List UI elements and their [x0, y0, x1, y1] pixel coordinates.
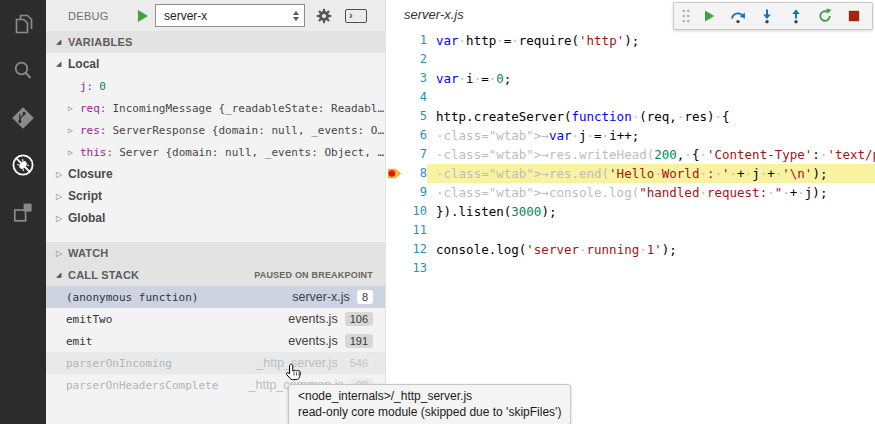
stack-frame-row[interactable]: (anonymous function) server-x.js 8: [46, 286, 385, 308]
breakpoint-gutter[interactable]: [386, 259, 403, 278]
sidebar-title: DEBUG: [68, 10, 109, 22]
code-line[interactable]: 4: [386, 88, 875, 107]
continue-icon[interactable]: [694, 4, 723, 28]
debug-sidebar: DEBUG server-x: [46, 0, 385, 424]
breakpoint-gutter[interactable]: [386, 126, 403, 145]
search-icon[interactable]: [0, 47, 46, 94]
variable-value: IncomingMessage {_readableState: Readabl…: [113, 102, 385, 115]
step-out-icon[interactable]: [781, 4, 810, 28]
code-text: ·class="wtab">→res.end('Hello·World·:·'·…: [427, 164, 875, 183]
stop-icon[interactable]: [839, 4, 868, 28]
scope-global[interactable]: ▷ Global: [46, 207, 385, 229]
variable-row[interactable]: ▷ this: Server {domain: null, _events: O…: [46, 141, 385, 163]
stack-frame-row[interactable]: emit events.js 191: [46, 330, 385, 352]
frame-function: parserOnHeadersComplete: [66, 379, 241, 392]
breakpoint-current-line-icon[interactable]: [386, 164, 403, 183]
variable-value: 0: [99, 80, 106, 93]
line-number: 7: [403, 145, 427, 164]
breakpoint-gutter[interactable]: [386, 107, 403, 126]
stack-frame-tooltip: <node_internals>/_http_server.js read-on…: [288, 384, 571, 424]
call-stack-section-header[interactable]: ◢ CALL STACK PAUSED ON BREAKPOINT: [46, 264, 385, 286]
code-text: var·http·=·require('http');: [427, 31, 875, 50]
variable-row[interactable]: ▷ res: ServerResponse {domain: null, _ev…: [46, 119, 385, 141]
twistie-collapsed-icon: ▷: [56, 214, 68, 223]
scope-closure[interactable]: ▷ Closure: [46, 163, 385, 185]
stack-frame-row[interactable]: parserOnIncoming _http_server.js 546: [46, 352, 385, 374]
call-stack-section-title: CALL STACK: [68, 269, 139, 281]
code-line[interactable]: 11: [386, 221, 875, 240]
frame-file: server-x.js: [292, 290, 350, 304]
breakpoint-gutter[interactable]: [386, 31, 403, 50]
code-line[interactable]: 5http.createServer(function·(req,·res)·{: [386, 107, 875, 126]
start-debug-button[interactable]: [138, 10, 148, 22]
variable-value: Server {domain: null, _events: Object, …: [119, 146, 384, 159]
variable-row[interactable]: ▷ req: IncomingMessage {_readableState: …: [46, 97, 385, 119]
scope-script[interactable]: ▷ Script: [46, 185, 385, 207]
breakpoint-gutter[interactable]: [386, 50, 403, 69]
variables-section-title: VARIABLES: [68, 36, 133, 48]
step-into-icon[interactable]: [752, 4, 781, 28]
variable-value: ServerResponse {domain: null, _events: O…: [113, 124, 385, 137]
line-number: 1: [403, 31, 427, 50]
step-over-icon[interactable]: [723, 4, 752, 28]
scope-label: Script: [68, 189, 102, 203]
frame-line-badge: 191: [345, 334, 373, 348]
code-text: ·class="wtab">→res.writeHead(200,·{·'Con…: [427, 145, 875, 164]
scope-label: Local: [68, 57, 99, 71]
scope-local[interactable]: ◢ Local: [46, 53, 385, 75]
code-line[interactable]: 2: [386, 50, 875, 69]
code-line[interactable]: 1var·http·=·require('http');: [386, 31, 875, 50]
code-text: var·i·=·0;: [427, 69, 875, 88]
debug-sidebar-header: DEBUG server-x: [46, 0, 385, 31]
code-text: ·class="wtab">→console.log("handled·requ…: [427, 183, 875, 202]
code-line[interactable]: 3var·i·=·0;: [386, 69, 875, 88]
code-line[interactable]: 7·class="wtab">→res.writeHead(200,·{·'Co…: [386, 145, 875, 164]
editor-tab-title[interactable]: server-x.js: [404, 7, 464, 22]
code-line[interactable]: 6·class="wtab">→var·j·=·i++;: [386, 126, 875, 145]
code-line[interactable]: 13: [386, 259, 875, 278]
variable-row[interactable]: j: 0: [46, 75, 385, 97]
variable-name: res:: [80, 124, 107, 137]
launch-config-select[interactable]: server-x: [155, 4, 305, 27]
line-number: 9: [403, 183, 427, 202]
breakpoint-gutter[interactable]: [386, 88, 403, 107]
debug-icon[interactable]: [0, 141, 46, 188]
stack-frame-row[interactable]: emitTwo events.js 106: [46, 308, 385, 330]
code-text: ·class="wtab">→var·j·=·i++;: [427, 126, 875, 145]
code-text: [427, 259, 875, 278]
launch-config-value: server-x: [156, 9, 207, 23]
twistie-expanded-icon: ◢: [56, 38, 68, 46]
variables-section-header[interactable]: ◢ VARIABLES: [46, 31, 385, 53]
line-number: 2: [403, 50, 427, 69]
frame-function: emitTwo: [66, 313, 280, 326]
breakpoint-gutter[interactable]: [386, 240, 403, 259]
frame-line-badge: 8: [357, 290, 373, 304]
breakpoint-gutter[interactable]: [386, 145, 403, 164]
watch-section-header[interactable]: ▷ WATCH: [46, 242, 385, 264]
line-number: 8: [403, 164, 427, 183]
code-line[interactable]: 8·class="wtab">→res.end('Hello·World·:·'…: [386, 164, 875, 183]
breakpoint-gutter[interactable]: [386, 202, 403, 221]
frame-file: events.js: [288, 312, 337, 326]
code-line[interactable]: 9·class="wtab">→console.log("handled·req…: [386, 183, 875, 202]
vscode-debug-window: DEBUG server-x: [0, 0, 875, 424]
code-line[interactable]: 12console.log('server·running·1');: [386, 240, 875, 259]
line-number: 12: [403, 240, 427, 259]
configure-gear-icon[interactable]: [316, 8, 332, 24]
breakpoint-gutter[interactable]: [386, 69, 403, 88]
toolbar-drag-handle-icon[interactable]: [678, 8, 694, 24]
code-line[interactable]: 10}).listen(3000);: [386, 202, 875, 221]
twistie-collapsed-icon: ▷: [56, 170, 68, 179]
line-number: 4: [403, 88, 427, 107]
code-text: http.createServer(function·(req,·res)·{: [427, 107, 875, 126]
twistie-expanded-icon: ◢: [56, 271, 68, 279]
explorer-icon[interactable]: [0, 0, 46, 47]
restart-icon[interactable]: [810, 4, 839, 28]
breakpoint-gutter[interactable]: [386, 221, 403, 240]
source-control-icon[interactable]: [0, 94, 46, 141]
debug-console-icon[interactable]: ›: [345, 9, 367, 23]
pane-spacer: [46, 229, 385, 242]
breakpoint-gutter[interactable]: [386, 183, 403, 202]
extensions-icon[interactable]: [0, 188, 46, 235]
line-number: 3: [403, 69, 427, 88]
